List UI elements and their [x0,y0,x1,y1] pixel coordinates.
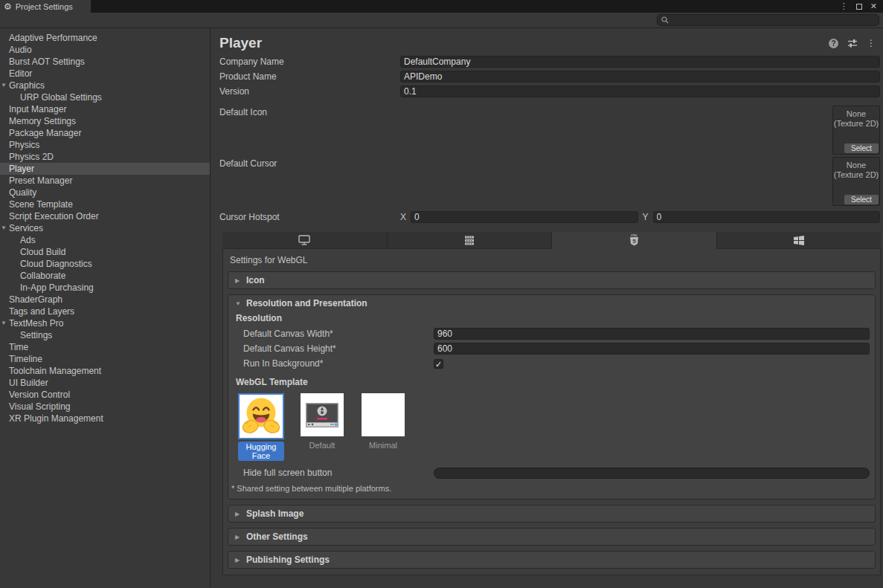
tab-windows-uwp[interactable] [717,232,882,248]
sidebar-item-urp-global-settings[interactable]: URP Global Settings [0,91,210,103]
sidebar-item-label: Script Execution Order [9,211,99,222]
hide-full-screen-button-field[interactable] [434,468,870,479]
foldout-collapsed-icon[interactable]: ▶ [235,511,241,517]
window-menu-icon[interactable]: ⋮ [840,1,848,11]
close-icon[interactable]: ✕ [870,1,877,11]
foldout-expanded-icon[interactable]: ▼ [1,317,7,329]
maximize-icon[interactable] [856,4,862,10]
section-splash-image-header[interactable]: ▶ Splash Image [228,505,875,522]
tab-webgl[interactable]: HTML 5 [552,232,717,249]
section-publishing-settings-header[interactable]: ▶ Publishing Settings [228,552,875,568]
sidebar-item-graphics[interactable]: ▼Graphics [0,80,210,91]
sidebar-item-toolchain-management[interactable]: Toolchain Management [0,365,210,377]
search-box[interactable] [657,14,879,26]
version-label: Version [219,86,400,97]
template-default-thumbnail[interactable] [301,393,344,436]
sidebar-item-visual-scripting[interactable]: Visual Scripting [0,401,210,413]
sidebar-item-physics[interactable]: Physics [0,139,210,151]
version-input[interactable] [400,85,880,97]
settings-for-platform-title: Settings for WebGL [228,253,876,271]
svg-text:HTML: HTML [631,234,637,237]
run-in-background-checkbox[interactable]: ✓ [434,359,443,369]
foldout-collapsed-icon[interactable]: ▶ [235,534,241,540]
sidebar-item-package-manager[interactable]: Package Manager [0,127,210,139]
help-icon[interactable]: ? [829,39,838,48]
sidebar-item-timeline[interactable]: Timeline [0,353,210,365]
template-label: Default [306,440,339,450]
sidebar-item-audio[interactable]: Audio [0,44,210,56]
sidebar-item-version-control[interactable]: Version Control [0,389,210,401]
sidebar-item-scene-template[interactable]: Scene Template [0,198,210,210]
default-canvas-width-input[interactable] [434,328,870,340]
sidebar-item-textmesh-pro[interactable]: ▼TextMesh Pro [0,317,210,329]
hotspot-y-input[interactable] [653,211,880,223]
svg-text:5: 5 [632,238,636,245]
select-texture-button[interactable]: Select [844,195,879,204]
foldout-collapsed-icon[interactable]: ▶ [235,277,241,284]
presets-icon[interactable] [847,39,858,48]
sidebar-item-editor[interactable]: Editor [0,68,210,80]
company-name-input[interactable] [400,56,880,68]
sidebar-item-adaptive-performance[interactable]: Adaptive Performance [0,32,210,44]
template-hugging-face-thumbnail[interactable] [240,395,283,438]
sidebar-item-xr-plugin-management[interactable]: XR Plugin Management [0,413,210,424]
sidebar-item-ui-builder[interactable]: UI Builder [0,377,210,389]
section-title: Other Settings [246,532,308,542]
section-icon-header[interactable]: ▶ Icon [228,272,875,288]
select-texture-button[interactable]: Select [844,143,879,153]
default-canvas-width-label: Default Canvas Width* [243,329,434,339]
sidebar-item-script-execution-order[interactable]: Script Execution Order [0,210,210,222]
sidebar-item-memory-settings[interactable]: Memory Settings [0,115,210,127]
search-input[interactable] [672,16,875,25]
default-icon-texture-well[interactable]: None (Texture 2D) Select [832,106,880,155]
sidebar-item-physics-2d[interactable]: Physics 2D [0,151,210,163]
foldout-expanded-icon[interactable]: ▼ [1,80,7,91]
template-minimal[interactable]: Minimal [360,393,406,461]
section-other-settings-header[interactable]: ▶ Other Settings [228,529,875,545]
default-cursor-texture-well[interactable]: None (Texture 2D) Select [832,157,880,206]
context-menu-icon[interactable]: ⋮ [867,38,876,48]
foldout-collapsed-icon[interactable]: ▶ [235,557,241,563]
window-title: Project Settings [16,2,73,11]
sidebar-item-cloud-diagnostics[interactable]: Cloud Diagnostics [0,258,210,270]
section-title: Icon [246,275,265,285]
sidebar-item-cloud-build[interactable]: Cloud Build [0,246,210,258]
sidebar-item-services[interactable]: ▼Services [0,222,210,234]
default-canvas-height-input[interactable] [434,343,870,355]
sidebar-item-burst-aot-settings[interactable]: Burst AOT Settings [0,56,210,68]
section-resolution-header[interactable]: ▼ Resolution and Presentation [228,295,875,311]
sidebar-item-preset-manager[interactable]: Preset Manager [0,175,210,187]
sidebar-item-in-app-purchasing[interactable]: In-App Purchasing [0,282,210,294]
sidebar-item-label: Toolchain Management [9,366,101,376]
sidebar-item-player[interactable]: Player [0,163,210,175]
webgl-icon: HTML 5 [629,234,639,247]
foldout-expanded-icon[interactable]: ▼ [1,222,7,234]
template-minimal-thumbnail[interactable] [362,393,405,436]
default-cursor-label: Default Cursor [219,157,832,206]
sidebar-item-label: Timeline [9,354,42,364]
sidebar-item-settings[interactable]: Settings [0,329,210,341]
window-titlebar: ⚙ Project Settings ⋮ ✕ [0,0,883,13]
hide-full-screen-button-label: Hide full screen button [243,468,434,478]
sidebar-item-ads[interactable]: Ads [0,234,210,246]
product-name-input[interactable] [400,71,880,83]
template-default[interactable]: Default [299,393,345,461]
sidebar-item-time[interactable]: Time [0,341,210,353]
page-title: Player [219,35,829,51]
sidebar-item-input-manager[interactable]: Input Manager [0,103,210,115]
sidebar-item-label: Player [9,164,34,174]
foldout-expanded-icon[interactable]: ▼ [235,300,241,307]
sidebar-item-tags-and-layers[interactable]: Tags and Layers [0,306,210,317]
project-settings-tab[interactable]: ⚙ Project Settings [0,0,91,13]
resolution-group-label: Resolution [228,311,875,326]
product-name-label: Product Name [219,71,400,82]
platform-tab-bar: HTML 5 [222,232,881,248]
sidebar-item-shadergraph[interactable]: ShaderGraph [0,294,210,306]
sidebar-item-collaborate[interactable]: Collaborate [0,270,210,282]
template-hugging-face[interactable]: Hugging Face [238,393,284,461]
hotspot-x-input[interactable] [411,211,638,223]
tab-dedicated-server[interactable] [388,232,553,248]
sidebar-item-label: Tags and Layers [9,306,74,317]
tab-desktop[interactable] [222,232,388,248]
sidebar-item-quality[interactable]: Quality [0,187,210,198]
